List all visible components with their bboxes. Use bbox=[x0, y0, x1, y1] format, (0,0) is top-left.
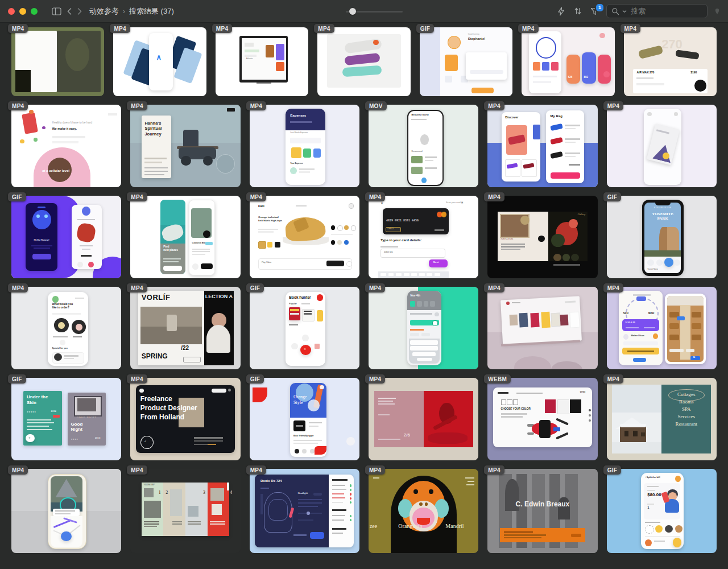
thumb-shape bbox=[346, 437, 355, 446]
thumbnail-card[interactable]: MP4 bbox=[317, 27, 410, 96]
thumb-shape bbox=[22, 112, 38, 134]
thumbnail-card[interactable]: Book hunterPopular✕GIF bbox=[250, 287, 359, 369]
thumbnail-card[interactable]: Under the Skin★★★★★2014+GOOD NIGHTGood N… bbox=[11, 378, 121, 460]
format-badge: MP4 bbox=[127, 374, 147, 384]
thumb-shape bbox=[565, 152, 580, 154]
thumbnail-card[interactable]: Cottages Rooms SPA Services RestaurantMP… bbox=[607, 378, 717, 460]
thumbnail-card[interactable]: Find new placesCatalonia BlancaMP4 bbox=[130, 196, 240, 278]
thumbnail-card[interactable]: Doxlo Rx 724HeadlightMP4 bbox=[250, 469, 359, 553]
thumbnail-card[interactable]: EXPLORE IN USAYOSEMITE PARKTunnel ViewGI… bbox=[607, 196, 717, 278]
thumb-shape bbox=[212, 389, 226, 393]
filter-button[interactable]: 1 bbox=[589, 6, 600, 17]
thumb-shape bbox=[81, 255, 92, 257]
thumb-shape bbox=[192, 249, 210, 250]
search-box[interactable] bbox=[606, 4, 708, 18]
sort-button[interactable] bbox=[573, 6, 583, 17]
thumbnail-card[interactable]: MP4 bbox=[487, 287, 597, 369]
thumbnail-card[interactable]: kalliOrange technical knit fabric high-t… bbox=[250, 196, 359, 278]
thumbnail-card[interactable]: AtlantisMP4 bbox=[216, 27, 308, 96]
thumbnail-card[interactable]: What would you like to order?Special for… bbox=[11, 287, 121, 369]
thumbnail-card[interactable]: Hello Hoang!GIF bbox=[11, 196, 121, 278]
slider-knob[interactable] bbox=[349, 8, 356, 15]
thumbnail-art: 270AIR MAX 270$190 bbox=[624, 27, 717, 96]
thumb-shape bbox=[144, 526, 157, 527]
thumbnail-card[interactable]: 270AIR MAX 270$190MP4 bbox=[624, 27, 717, 96]
thumbnail-card[interactable]: SFOMAD5:10 4:10Matlee Olson14MP4 bbox=[607, 287, 717, 369]
back-button[interactable] bbox=[64, 7, 75, 16]
thumbnail-card[interactable]: MP4 bbox=[607, 105, 717, 187]
thumb-shape bbox=[533, 81, 552, 83]
thumb-shape bbox=[42, 126, 46, 130]
thumbnail-card[interactable]: C. Edwin BreauxMP4 bbox=[487, 469, 597, 553]
thumb-shape bbox=[77, 398, 96, 411]
thumbnail-art: Cottages Rooms SPA Services Restaurant bbox=[607, 378, 717, 460]
thumbnail-card[interactable]: VORLÍF/22SPRINGLECTION AMP4 bbox=[130, 287, 240, 369]
thumb-text: 525 bbox=[568, 76, 580, 79]
thumb-shape bbox=[331, 225, 336, 230]
thumb-shape bbox=[571, 254, 579, 261]
thumbnail-card[interactable]: 07/03CHOOSE YOUR COLORWEBM bbox=[487, 378, 597, 460]
thumbnail-card[interactable]: Beautiful worldRecommendMOV bbox=[369, 105, 478, 187]
thumbnail-art: VELDMARK*1234 bbox=[130, 469, 240, 553]
zoom-button[interactable] bbox=[31, 8, 38, 15]
thumbnail-size-slider[interactable] bbox=[346, 0, 403, 23]
thumb-shape bbox=[553, 427, 560, 431]
thumb-shape bbox=[504, 534, 545, 535]
thumbnail-card[interactable]: zeeOrangutanMandrilMP4 bbox=[369, 469, 478, 553]
thumbnail-card[interactable]: Orange StyleEco friendly typeGIF bbox=[250, 378, 359, 460]
thumbnail-card[interactable]: Hanna's Spiritual JourneyMP4 bbox=[130, 105, 240, 187]
thumbnail-card[interactable]: ExpensesLast Month ExpenseYour ExpenseMP… bbox=[250, 105, 359, 187]
thumb-text: Eco friendly type bbox=[293, 434, 320, 437]
thumb-shape bbox=[44, 215, 48, 218]
thumbnail-card[interactable]: MP4 bbox=[11, 469, 121, 553]
thumb-text: John Do bbox=[384, 251, 410, 254]
thumbnail-card[interactable]: Healthy doesn't have to be hardWe make i… bbox=[11, 105, 121, 187]
thumb-shape bbox=[313, 493, 322, 495]
thumb-text: Special for you bbox=[52, 347, 81, 349]
thumbnail-art: SFOMAD5:10 4:10Matlee Olson14 bbox=[607, 287, 717, 369]
thumb-shape bbox=[337, 240, 342, 245]
thumb-text: GOOD NIGHT bbox=[69, 417, 104, 419]
thumbnail-card[interactable]: DiscoverMy BagMP4 bbox=[487, 105, 597, 187]
close-button[interactable] bbox=[8, 8, 15, 15]
thumbnail-card[interactable]: Nov 4thMP4 bbox=[369, 287, 478, 369]
thumbnail-card[interactable]: ✕Scan your card ▣4829 0921 8391 4456JOHN… bbox=[369, 196, 478, 278]
thumb-shape bbox=[253, 387, 267, 402]
thumb-text: EXPLORE IN USA bbox=[646, 207, 679, 209]
thumbnail-card[interactable]: Good morningStephanie!GIF bbox=[420, 27, 512, 96]
forward-button[interactable] bbox=[75, 7, 85, 16]
thumbnail-card[interactable]: ∧MP4 bbox=[113, 27, 206, 96]
thumbnail-card[interactable]: PORTRAITUREGalleryMP4 bbox=[487, 196, 597, 278]
thumb-shape bbox=[58, 322, 65, 329]
thumb-text: Cottages Rooms SPA Services Restaurant bbox=[664, 391, 709, 428]
thumb-shape bbox=[201, 263, 213, 269]
thumb-shape bbox=[298, 513, 322, 514]
quick-actions-button[interactable] bbox=[556, 6, 566, 17]
sidebar-toggle-button[interactable] bbox=[49, 6, 64, 17]
thumbnail-card[interactable]: 2/6MP4 bbox=[369, 378, 478, 460]
minimize-button[interactable] bbox=[19, 8, 26, 15]
thumbnail-card-selected[interactable]: MP4 bbox=[11, 27, 104, 96]
format-badge: MP4 bbox=[8, 101, 28, 110]
thumb-text: ✓ bbox=[144, 440, 150, 443]
thumb-shape bbox=[188, 521, 201, 522]
slider-track[interactable] bbox=[346, 11, 403, 13]
search-input[interactable] bbox=[630, 6, 702, 16]
thumb-text: Play Video bbox=[262, 261, 282, 263]
thumbnail-card[interactable]: Freelance Product Designer From Holland✓… bbox=[130, 378, 240, 460]
thumbnail-card[interactable]: ‹ Split the bill$80.001GIF bbox=[607, 469, 717, 553]
thumb-shape bbox=[533, 125, 541, 139]
thumb-shape bbox=[55, 513, 71, 514]
thumb-text: What would you like to order? bbox=[52, 303, 85, 310]
thumb-shape bbox=[565, 138, 580, 140]
thumbnail-card[interactable]: 525802MP4 bbox=[522, 27, 614, 96]
search-scope-chevron-icon[interactable] bbox=[622, 10, 627, 13]
thumb-shape bbox=[32, 254, 51, 259]
thumb-shape bbox=[163, 266, 182, 271]
thumbnail-card[interactable]: VELDMARK*1234MP4 bbox=[130, 469, 240, 553]
thumb-text: $190 bbox=[690, 71, 705, 75]
thumb-text: kalli bbox=[258, 204, 274, 208]
grid-row: Healthy doesn't have to be hardWe make i… bbox=[11, 105, 717, 187]
breadcrumb-folder[interactable]: 动效参考 bbox=[89, 6, 119, 17]
thumb-shape bbox=[665, 525, 673, 533]
